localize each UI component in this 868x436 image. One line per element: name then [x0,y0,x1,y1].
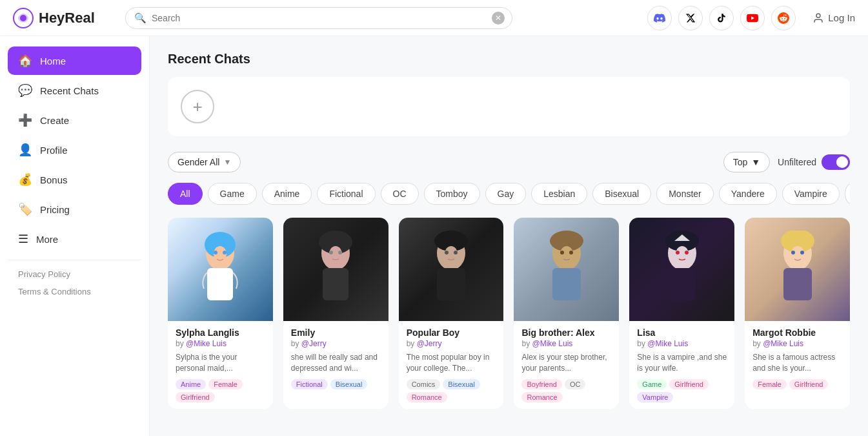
main-content: Recent Chats + Gender All ▼ Top ▼ Unfilt… [150,36,868,436]
tiktok-icon [716,13,727,23]
top-nav: HeyReal 🔍 ✕ [0,0,868,36]
margot-image [745,218,850,321]
unfiltered-toggle[interactable] [822,154,850,170]
pill-monster[interactable]: Monster [656,183,714,205]
popular-boy-tag-1: Bisexual [443,379,480,389]
sidebar-item-more[interactable]: ☰ More [8,225,141,253]
lisa-name: Lisa [637,327,727,338]
lisa-tags: Game Girlfriend Vampire [637,379,727,402]
lisa-avatar [656,231,708,308]
sidebar-item-label-bonus: Bonus [40,174,68,185]
pill-yandere[interactable]: Yandere [719,183,777,205]
recent-chats-title: Recent Chats [168,52,850,67]
sylpha-author-link[interactable]: @Mike Luis [186,339,227,348]
search-input[interactable] [125,7,512,29]
emily-tag-1: Bisexual [330,379,368,389]
sylpha-card-body: Sylpha Langlis by @Mike Luis Sylpha is t… [168,321,273,409]
lisa-tag-0: Game [637,379,667,389]
emily-tags: Fictional Bisexual [291,379,381,389]
emily-avatar [310,231,361,308]
chat-icon: 💬 [18,83,32,98]
margot-author-link[interactable]: @Mike Luis [763,339,803,348]
terms-link[interactable]: Terms & Conditions [8,283,141,300]
svg-point-18 [445,251,449,254]
filter-row: Gender All ▼ Top ▼ Unfiltered [168,152,850,172]
sidebar-divider [8,260,141,260]
alex-author-link[interactable]: @Mike Luis [532,339,573,348]
character-card-emily[interactable]: Emily by @Jerry she will be really sad a… [283,218,389,409]
character-card-lisa[interactable]: Lisa by @Mike Luis She is a vampire ,and… [629,218,734,409]
profile-icon: 👤 [18,143,32,157]
character-card-popular-boy[interactable]: Popular Boy by @Jerry The most popular b… [399,218,504,409]
alex-tag-1: OC [565,379,586,389]
character-card-sylpha[interactable]: Sylpha Langlis by @Mike Luis Sylpha is t… [168,218,273,409]
search-bar: 🔍 ✕ [125,7,512,29]
more-categories-button[interactable]: ⋮ [845,183,850,204]
unfiltered-label: Unfiltered [778,157,816,167]
margot-description: She is a famous actress and she is your.… [752,352,842,374]
top-filter-label: Top [733,157,748,167]
search-clear-button[interactable]: ✕ [492,12,505,25]
social-links: Log In [647,6,855,30]
svg-point-7 [223,251,227,254]
lisa-author-link[interactable]: @Mike Luis [647,339,688,348]
login-button[interactable]: Log In [812,12,855,24]
plus-icon: + [192,97,202,117]
alex-tag-2: Romance [521,392,562,402]
sidebar-item-profile[interactable]: 👤 Profile [8,136,141,164]
twitter-button[interactable] [678,6,703,30]
pill-lesbian[interactable]: Lesbian [531,183,587,205]
pill-fictional[interactable]: Fictional [317,183,375,205]
top-filter-chevron-icon: ▼ [751,157,760,167]
sidebar-item-label-more: More [36,234,58,245]
tiktok-button[interactable] [709,6,734,30]
pill-tomboy[interactable]: Tomboy [424,183,480,205]
popular-boy-author-link[interactable]: @Jerry [417,339,442,348]
gender-filter-label: Gender All [177,157,219,167]
emily-tag-0: Fictional [291,379,328,389]
discord-button[interactable] [647,6,672,30]
sidebar-item-bonus[interactable]: 💰 Bonus [8,165,141,194]
pill-bisexual[interactable]: Bisexual [592,183,651,205]
pill-gay[interactable]: Gay [485,183,527,205]
sidebar-item-label-home: Home [40,56,66,67]
add-chat-button[interactable]: + [181,90,214,123]
popular-boy-name: Popular Boy [407,327,496,338]
twitter-icon [685,13,696,23]
bonus-icon: 💰 [18,172,32,187]
sidebar-item-label-recent-chats: Recent Chats [40,85,99,96]
svg-rect-26 [552,268,581,300]
svg-rect-33 [669,268,695,300]
recent-chats-area: + [168,77,850,136]
pill-oc[interactable]: OC [381,183,419,205]
reddit-button[interactable] [771,6,796,30]
top-filter-dropdown[interactable]: Top ▼ [723,152,770,172]
popular-boy-tags: Comics Bisexual Romance [407,379,496,402]
gender-filter-dropdown[interactable]: Gender All ▼ [168,152,241,172]
pill-vampire[interactable]: Vampire [782,183,840,205]
margot-avatar [772,231,823,308]
sidebar: 🏠 Home 💬 Recent Chats ➕ Create 👤 Profile… [0,36,150,436]
pill-game[interactable]: Game [208,183,257,205]
sidebar-item-recent-chats[interactable]: 💬 Recent Chats [8,76,141,105]
svg-point-38 [800,251,804,254]
youtube-button[interactable] [740,6,765,30]
search-icon: 🔍 [134,12,146,24]
sidebar-item-pricing[interactable]: 🏷️ Pricing [8,195,141,223]
popular-boy-tag-2: Romance [407,392,447,402]
sidebar-item-home[interactable]: 🏠 Home [8,47,141,75]
logo[interactable]: HeyReal [13,8,110,28]
sidebar-item-create[interactable]: ➕ Create [8,106,141,134]
sidebar-item-label-pricing: Pricing [40,204,70,215]
pill-anime[interactable]: Anime [262,183,312,205]
sylpha-name: Sylpha Langlis [176,327,265,338]
margot-tags: Female Girlfriend [752,379,842,389]
lisa-image [629,218,734,321]
emily-author-link[interactable]: @Jerry [301,339,327,348]
character-card-margot[interactable]: Margot Robbie by @Mike Luis She is a fam… [745,218,850,409]
pricing-icon: 🏷️ [18,202,32,216]
character-card-alex[interactable]: Big brother: Alex by @Mike Luis Alex is … [514,218,619,409]
pill-all[interactable]: All [168,183,203,205]
privacy-policy-link[interactable]: Privacy Policy [8,265,141,283]
svg-point-12 [329,251,333,254]
